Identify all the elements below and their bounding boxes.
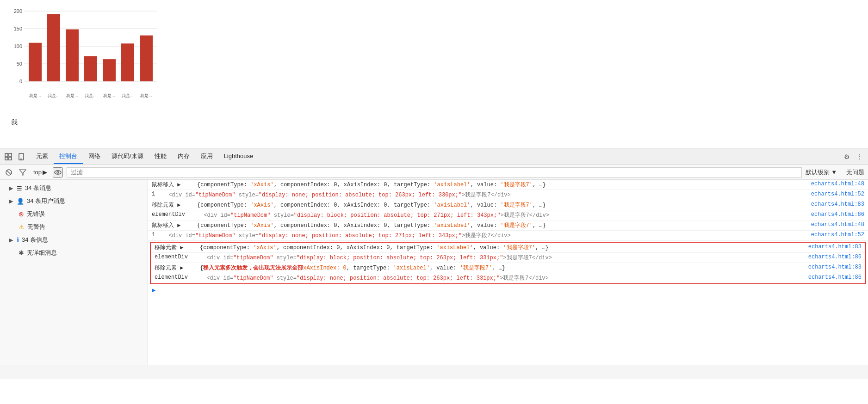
- log-row-highlighted: elementDiv <div id="tipNameDom" style="d…: [151, 273, 865, 283]
- log-content: {componentType: 'xAxis', componentIndex:…: [197, 201, 807, 209]
- expand-arrow-all: ▶: [9, 185, 13, 191]
- log-link[interactable]: echarts4.html:48: [811, 221, 864, 228]
- log-content: <div id="tipNameDom" style="display: blo…: [200, 254, 805, 262]
- tab-application[interactable]: 应用: [195, 149, 218, 164]
- log-content: <div id="tipNameDom" style="display: non…: [200, 274, 805, 282]
- svg-text:100: 100: [14, 43, 22, 49]
- filter-icon-button[interactable]: [18, 167, 28, 178]
- log-link[interactable]: echarts4.html:86: [811, 211, 864, 218]
- svg-text:200: 200: [14, 8, 22, 14]
- log-row: 1 <div id="tipNameDom" style="display: n…: [148, 231, 868, 241]
- default-level-selector[interactable]: 默认级别 ▼: [806, 168, 837, 177]
- log-link[interactable]: echarts4.html:83: [808, 264, 862, 270]
- svg-rect-10: [29, 43, 42, 81]
- log-link[interactable]: echarts4.html:52: [811, 232, 864, 238]
- sidebar-item-label-info: 34 条信息: [22, 236, 48, 244]
- no-issues-label: 无问题: [846, 168, 864, 177]
- top-arrow: ▶: [43, 169, 47, 176]
- console-sidebar: ▶ ☰ 34 条消息 ▶ 👤 34 条用户消息 ⊗ 无错误 ⚠ 无警告: [0, 180, 148, 365]
- error-icon: ⊗: [19, 210, 24, 218]
- svg-rect-25: [9, 153, 12, 156]
- log-label: elementDiv: [155, 254, 196, 260]
- log-row-highlighted: 移除元素 ▶ {移入元素多次触发，会出现无法展示全部xAxisIndex: 0,…: [151, 263, 865, 273]
- svg-point-33: [55, 171, 61, 174]
- sidebar-item-user-messages[interactable]: ▶ 👤 34 条用户消息: [0, 195, 148, 208]
- log-label: elementDiv: [152, 211, 193, 218]
- svg-rect-14: [66, 30, 79, 82]
- tab-network[interactable]: 网络: [83, 149, 106, 164]
- svg-text:0: 0: [19, 79, 22, 84]
- svg-rect-20: [121, 43, 134, 81]
- text-wo: 我: [11, 118, 859, 127]
- device-icon[interactable]: [16, 151, 27, 162]
- log-content: <div id="tipNameDom" style="display: blo…: [197, 211, 807, 219]
- tab-memory[interactable]: 内存: [172, 149, 195, 164]
- log-label: 移除元素 ▶: [152, 201, 193, 209]
- log-content: {移入元素多次触发，会出现无法展示全部xAxisIndex: 0, target…: [200, 264, 805, 272]
- svg-text:我是...: 我是...: [85, 93, 97, 98]
- log-label: elementDiv: [155, 274, 196, 281]
- console-log-area: 鼠标移入 ▶ {componentType: 'xAxis', componen…: [148, 180, 868, 365]
- tab-elements[interactable]: 元素: [31, 149, 54, 164]
- log-content: {componentType: 'xAxis', componentIndex:…: [200, 244, 805, 251]
- sidebar-item-warnings[interactable]: ⚠ 无警告: [0, 220, 148, 233]
- bar-chart: 200 150 100 50 0 我是... 我是... 我是... 我是...: [9, 5, 167, 111]
- svg-text:50: 50: [17, 61, 22, 67]
- log-row: 1 <div id="tipNameDom" style="display: n…: [148, 190, 868, 200]
- filter-input[interactable]: [67, 167, 801, 178]
- sidebar-item-all-messages[interactable]: ▶ ☰ 34 条消息: [0, 182, 148, 195]
- inspect-icon[interactable]: [3, 151, 14, 162]
- sidebar-item-errors[interactable]: ⊗ 无错误: [0, 208, 148, 220]
- svg-text:我是...: 我是...: [66, 93, 78, 98]
- tab-performance[interactable]: 性能: [149, 149, 172, 164]
- log-row: 移除元素 ▶ {componentType: 'xAxis', componen…: [148, 200, 868, 210]
- highlight-box: 移除元素 ▶ {componentType: 'xAxis', componen…: [150, 242, 866, 284]
- eye-button[interactable]: [53, 167, 63, 178]
- log-num: 1: [152, 232, 158, 238]
- log-row: elementDiv <div id="tipNameDom" style="d…: [148, 210, 868, 220]
- svg-rect-16: [84, 56, 97, 81]
- tab-sources[interactable]: 源代码/来源: [106, 149, 149, 164]
- svg-line-31: [7, 171, 11, 174]
- svg-rect-12: [47, 14, 60, 81]
- list-icon: ☰: [17, 185, 22, 192]
- tab-lighthouse[interactable]: Lighthouse: [218, 150, 259, 163]
- log-label: 移除元素 ▶: [155, 264, 196, 272]
- page-content: 200 150 100 50 0 我是... 我是... 我是... 我是...: [0, 0, 868, 148]
- settings-icon[interactable]: ⚙: [841, 151, 852, 162]
- svg-rect-22: [140, 36, 153, 81]
- log-link[interactable]: echarts4.html:48: [811, 181, 864, 187]
- svg-rect-27: [9, 157, 12, 160]
- sidebar-item-label-user: 34 条用户消息: [27, 197, 65, 205]
- sidebar-item-info[interactable]: ▶ ℹ 34 条信息: [0, 233, 148, 246]
- log-content: {componentType: 'xAxis', componentIndex:…: [197, 221, 807, 229]
- tab-right-icons: ⚙ ⋮: [841, 151, 865, 162]
- sidebar-item-verbose[interactable]: ✱ 无详细消息: [0, 246, 148, 259]
- log-row-highlighted: 移除元素 ▶ {componentType: 'xAxis', componen…: [151, 243, 865, 253]
- devtools-tabs: 元素 控制台 网络 源代码/来源 性能 内存 应用 Lighthouse ⚙ ⋮: [0, 148, 868, 165]
- log-link[interactable]: echarts4.html:83: [811, 201, 864, 208]
- svg-text:我是...: 我是...: [48, 93, 60, 98]
- top-context-selector[interactable]: top ▶: [31, 168, 49, 177]
- bottom-arrow-indicator: ▶: [148, 285, 868, 295]
- verbose-icon: ✱: [19, 249, 24, 257]
- log-link[interactable]: echarts4.html:86: [808, 274, 862, 281]
- tab-console[interactable]: 控制台: [54, 149, 83, 164]
- console-toolbar: top ▶ 默认级别 ▼ 无问题: [0, 165, 868, 180]
- more-options-icon[interactable]: ⋮: [854, 151, 865, 162]
- svg-marker-32: [19, 170, 26, 175]
- log-content: <div id="tipNameDom" style="display: non…: [162, 232, 807, 239]
- top-label: top: [33, 169, 42, 176]
- svg-rect-24: [5, 153, 8, 156]
- sidebar-item-label-verbose: 无详细消息: [27, 249, 57, 257]
- log-label: 鼠标移入 ▶: [152, 221, 193, 229]
- log-link[interactable]: echarts4.html:83: [808, 244, 862, 250]
- sidebar-item-label-all: 34 条消息: [25, 184, 51, 192]
- sidebar-item-label-warnings: 无警告: [27, 223, 45, 231]
- svg-text:150: 150: [14, 26, 22, 31]
- clear-console-button[interactable]: [4, 167, 14, 178]
- log-link[interactable]: echarts4.html:52: [811, 191, 864, 197]
- log-link[interactable]: echarts4.html:86: [808, 254, 862, 260]
- log-content: <div id="tipNameDom" style="display: non…: [162, 191, 807, 199]
- log-content: {componentType: 'xAxis', componentIndex:…: [197, 181, 807, 189]
